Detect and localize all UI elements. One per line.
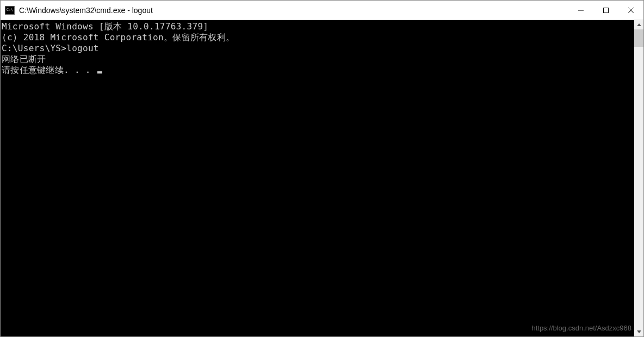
- vertical-scrollbar[interactable]: [634, 20, 643, 336]
- terminal-text: 请按任意键继续. . .: [2, 65, 96, 75]
- terminal-line: C:\Users\YS>logout: [2, 43, 634, 54]
- terminal-line: (c) 2018 Microsoft Corporation。保留所有权利。: [2, 32, 634, 43]
- scroll-down-arrow[interactable]: [634, 327, 643, 336]
- maximize-button[interactable]: [593, 1, 618, 20]
- chevron-down-icon: [637, 330, 641, 333]
- minimize-icon: [578, 8, 584, 13]
- window-controls: [568, 1, 643, 20]
- content-area: Microsoft Windows [版本 10.0.17763.379](c)…: [1, 20, 643, 336]
- terminal-line: 请按任意键继续. . .: [2, 65, 634, 76]
- scroll-up-arrow[interactable]: [634, 20, 643, 29]
- minimize-button[interactable]: [568, 1, 593, 20]
- window-title: C:\Windows\system32\cmd.exe - logout: [19, 6, 568, 15]
- terminal-output[interactable]: Microsoft Windows [版本 10.0.17763.379](c)…: [1, 20, 634, 336]
- terminal-line: Microsoft Windows [版本 10.0.17763.379]: [2, 21, 634, 32]
- cmd-icon: [5, 6, 15, 15]
- cursor: [97, 71, 102, 73]
- scroll-track[interactable]: [634, 29, 643, 327]
- scroll-thumb[interactable]: [634, 29, 643, 47]
- close-icon: [628, 8, 634, 13]
- terminal-line: 网络已断开: [2, 54, 634, 65]
- chevron-up-icon: [637, 23, 641, 26]
- svg-rect-1: [604, 8, 609, 13]
- titlebar[interactable]: C:\Windows\system32\cmd.exe - logout: [1, 1, 643, 20]
- cmd-window: C:\Windows\system32\cmd.exe - logout Mic…: [0, 0, 644, 337]
- maximize-icon: [603, 8, 609, 13]
- close-button[interactable]: [618, 1, 643, 20]
